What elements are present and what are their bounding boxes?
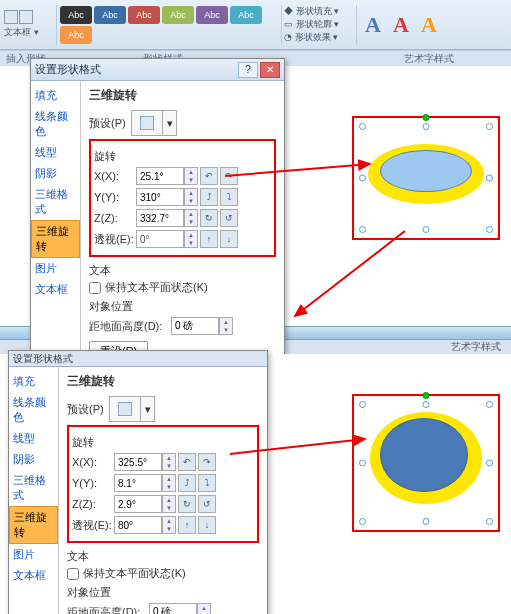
sidebar-item[interactable]: 文本框: [9, 565, 58, 586]
preset-button[interactable]: [109, 396, 141, 422]
distance-input[interactable]: [149, 603, 197, 614]
z-input[interactable]: [136, 209, 184, 227]
selected-shape[interactable]: [362, 126, 490, 230]
y-down-icon[interactable]: ⤵: [220, 188, 238, 206]
persp-narrow-icon[interactable]: ↑: [178, 516, 196, 534]
preset-button[interactable]: [131, 110, 163, 136]
resize-handle[interactable]: [486, 460, 493, 467]
z-ccw-icon[interactable]: ↺: [220, 209, 238, 227]
shape-thumb[interactable]: [4, 10, 18, 24]
textbox-button[interactable]: 文本框 ▾: [4, 26, 54, 39]
dialog-titlebar[interactable]: 设置形状格式: [9, 351, 267, 367]
distance-input[interactable]: [171, 317, 219, 335]
persp-input[interactable]: [114, 516, 162, 534]
shape-fill-menu[interactable]: ◆ 形状填充 ▾: [284, 5, 354, 18]
sidebar-item[interactable]: 线条颜色: [31, 106, 80, 142]
style-pill[interactable]: Abc: [162, 6, 194, 24]
z-spinner[interactable]: ▲▼: [162, 495, 176, 513]
y-spinner[interactable]: ▲▼: [184, 188, 198, 206]
sidebar-item[interactable]: 填充: [31, 85, 80, 106]
wordart-style[interactable]: A: [387, 12, 415, 38]
sidebar-item[interactable]: 文本框: [31, 279, 80, 300]
wordart-style[interactable]: A: [415, 12, 443, 38]
style-pill[interactable]: Abc: [196, 6, 228, 24]
sidebar-item[interactable]: 图片: [9, 544, 58, 565]
sidebar-item[interactable]: 三维旋转: [9, 506, 58, 544]
resize-handle[interactable]: [359, 401, 366, 408]
format-shape-dialog-2: 设置形状格式 填充线条颜色线型阴影三维格式三维旋转图片文本框 三维旋转 预设(P…: [8, 350, 268, 614]
resize-handle[interactable]: [486, 123, 493, 130]
x-input[interactable]: [136, 167, 184, 185]
x-spinner[interactable]: ▲▼: [162, 453, 176, 471]
selected-shape[interactable]: [362, 404, 490, 522]
shape-outline-menu[interactable]: ▭ 形状轮廓 ▾: [284, 18, 354, 31]
help-button[interactable]: ?: [238, 62, 258, 78]
resize-handle[interactable]: [359, 460, 366, 467]
resize-handle[interactable]: [359, 123, 366, 130]
resize-handle[interactable]: [423, 123, 430, 130]
preset-dropdown[interactable]: ▾: [163, 110, 177, 136]
x-right-icon[interactable]: ↷: [220, 167, 238, 185]
style-pill[interactable]: Abc: [230, 6, 262, 24]
x-left-icon[interactable]: ↶: [178, 453, 196, 471]
resize-handle[interactable]: [486, 518, 493, 525]
resize-handle[interactable]: [359, 518, 366, 525]
sidebar-item[interactable]: 三维格式: [9, 470, 58, 506]
sidebar-item[interactable]: 图片: [31, 258, 80, 279]
resize-handle[interactable]: [423, 518, 430, 525]
x-spinner[interactable]: ▲▼: [184, 167, 198, 185]
y-down-icon[interactable]: ⤵: [198, 474, 216, 492]
shape-thumb[interactable]: [19, 10, 33, 24]
style-pill[interactable]: Abc: [94, 6, 126, 24]
resize-handle[interactable]: [423, 226, 430, 233]
resize-handle[interactable]: [359, 226, 366, 233]
sidebar-item[interactable]: 线型: [9, 428, 58, 449]
sidebar-item[interactable]: 阴影: [31, 163, 80, 184]
y-up-icon[interactable]: ⤴: [200, 188, 218, 206]
y-input[interactable]: [136, 188, 184, 206]
z-cw-icon[interactable]: ↻: [178, 495, 196, 513]
distance-spinner[interactable]: ▲▼: [197, 603, 211, 614]
sidebar-item[interactable]: 三维格式: [31, 184, 80, 220]
resize-handle[interactable]: [359, 175, 366, 182]
wordart-style[interactable]: A: [359, 12, 387, 38]
resize-handle[interactable]: [486, 226, 493, 233]
z-cw-icon[interactable]: ↻: [200, 209, 218, 227]
keep-flat-checkbox[interactable]: [67, 568, 79, 580]
x-input[interactable]: [114, 453, 162, 471]
sidebar-item[interactable]: 三维旋转: [31, 220, 80, 258]
persp-spinner[interactable]: ▲▼: [162, 516, 176, 534]
sidebar-item[interactable]: 线条颜色: [9, 392, 58, 428]
shape-preview-2: [352, 394, 500, 532]
resize-handle[interactable]: [486, 175, 493, 182]
x-right-icon[interactable]: ↷: [198, 453, 216, 471]
style-pill[interactable]: Abc: [60, 26, 92, 44]
resize-handle[interactable]: [486, 401, 493, 408]
style-pill[interactable]: Abc: [60, 6, 92, 24]
distance-spinner[interactable]: ▲▼: [219, 317, 233, 335]
z-ccw-icon[interactable]: ↺: [198, 495, 216, 513]
resize-handle[interactable]: [423, 401, 430, 408]
rotation-handle[interactable]: [423, 392, 430, 399]
obj-pos-label: 对象位置: [67, 585, 259, 600]
sidebar-item[interactable]: 填充: [9, 371, 58, 392]
preset-dropdown[interactable]: ▾: [141, 396, 155, 422]
wordart-gallery[interactable]: AAA: [359, 12, 443, 38]
x-left-icon[interactable]: ↶: [200, 167, 218, 185]
rotation-highlight-box: 旋转 X(X):▲▼↶↷ Y(Y):▲▼⤴⤵ Z(Z):▲▼↻↺ 透视(E):▲…: [67, 425, 259, 543]
close-button[interactable]: ✕: [260, 62, 280, 78]
persp-wide-icon[interactable]: ↓: [198, 516, 216, 534]
shape-effects-menu[interactable]: ◔ 形状效果 ▾: [284, 31, 354, 44]
sidebar-item[interactable]: 阴影: [9, 449, 58, 470]
z-spinner[interactable]: ▲▼: [184, 209, 198, 227]
keep-flat-checkbox[interactable]: [89, 282, 101, 294]
rotation-handle[interactable]: [423, 114, 430, 121]
z-input[interactable]: [114, 495, 162, 513]
sidebar-item[interactable]: 线型: [31, 142, 80, 163]
style-pill[interactable]: Abc: [128, 6, 160, 24]
y-input[interactable]: [114, 474, 162, 492]
y-spinner[interactable]: ▲▼: [162, 474, 176, 492]
y-up-icon[interactable]: ⤴: [178, 474, 196, 492]
dialog-titlebar[interactable]: 设置形状格式 ? ✕: [31, 59, 284, 81]
shape-style-gallery[interactable]: AbcAbcAbcAbcAbcAbcAbc: [59, 5, 279, 45]
